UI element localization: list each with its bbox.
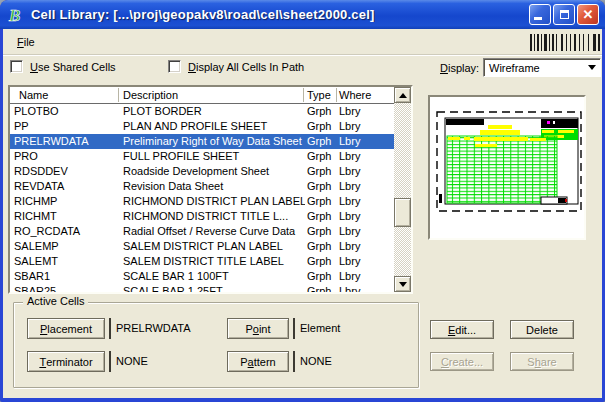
cell-name: PLOTBO [14, 104, 119, 119]
table-row[interactable]: RICHMP RICHMOND DISTRICT PLAN LABEL Grph… [10, 194, 394, 209]
cell-description: Radial Offset / Reverse Curve Data [123, 224, 305, 239]
cell-name: REVDATA [14, 179, 119, 194]
display-all-cells-checkbox[interactable] [168, 60, 181, 73]
header-description: Description [123, 89, 178, 101]
table-row[interactable]: REVDATA Revision Data Sheet Grph Lbry [10, 179, 394, 194]
terminator-value: NONE [116, 355, 148, 367]
dock-grip-icon[interactable] [530, 34, 600, 51]
active-cells-title: Active Cells [23, 295, 88, 307]
header-where: Where [339, 89, 371, 101]
table-row[interactable]: RO_RCDATA Radial Offset / Reverse Curve … [10, 224, 394, 239]
down-arrow-icon [399, 282, 407, 287]
placement-button[interactable]: Placement [27, 318, 105, 339]
cell-where: Lbry [339, 104, 394, 119]
cell-where: Lbry [339, 119, 394, 134]
cell-name: RDSDDEV [14, 164, 119, 179]
microstation-app-icon: B [7, 5, 27, 25]
cell-description: FULL PROFILE SHEET [123, 149, 305, 164]
cell-description: SCALE BAR 1 100FT [123, 269, 305, 284]
cell-description: RICHMOND DISTRICT TITLE L... [123, 209, 305, 224]
edit-button[interactable]: Edit... [430, 320, 494, 339]
point-button[interactable]: Point [227, 318, 289, 339]
cell-list-header: Name Description Type Where [10, 87, 394, 104]
close-icon: ✕ [583, 8, 594, 21]
cell-type: Grph [307, 179, 337, 194]
scroll-up-button[interactable] [394, 87, 411, 103]
cell-where: Lbry [339, 269, 394, 284]
cell-type: Grph [307, 239, 337, 254]
placement-value: PRELRWDATA [116, 322, 191, 334]
placement-button-bar [109, 318, 111, 339]
cell-where: Lbry [339, 149, 394, 164]
table-row[interactable]: SALEMP SALEM DISTRICT PLAN LABEL Grph Lb… [10, 239, 394, 254]
cell-library-dialog: B Cell Library: [...\proj\geopakv8\road\… [0, 0, 605, 402]
cell-type: Grph [307, 134, 337, 149]
cell-name: SBAR1 [14, 269, 119, 284]
cell-name: PRO [14, 149, 119, 164]
display-dropdown[interactable]: Wireframe [483, 58, 601, 77]
table-row[interactable]: PP PLAN AND PROFILE SHEET Grph Lbry [10, 119, 394, 134]
maximize-icon [560, 10, 569, 19]
cell-type: Grph [307, 269, 337, 284]
terminator-button[interactable]: Terminator [27, 351, 105, 372]
cell-where: Lbry [339, 194, 394, 209]
create-button[interactable]: Create... [430, 352, 494, 371]
cell-name: RICHMT [14, 209, 119, 224]
maximize-button[interactable] [553, 4, 575, 25]
minimize-button[interactable] [529, 4, 551, 25]
window-title: Cell Library: [...\proj\geopakv8\road\ce… [31, 7, 375, 22]
table-row[interactable]: RDSDDEV Roadside Development Sheet Grph … [10, 164, 394, 179]
point-button-bar [293, 318, 295, 339]
cell-type: Grph [307, 209, 337, 224]
cell-type: Grph [307, 164, 337, 179]
cell-description: SCALE BAR 1 25FT [123, 284, 305, 292]
vertical-scrollbar[interactable] [394, 87, 411, 292]
table-row[interactable]: SBAR25 SCALE BAR 1 25FT Grph Lbry [10, 284, 394, 292]
minimize-icon [534, 17, 542, 20]
table-row[interactable]: PRO FULL PROFILE SHEET Grph Lbry [10, 149, 394, 164]
cell-description: Roadside Development Sheet [123, 164, 305, 179]
cell-name: SALEMP [14, 239, 119, 254]
table-row[interactable]: PRELRWDATA Preliminary Right of Way Data… [10, 134, 394, 149]
display-all-cells-label: Display All Cells In Path [188, 61, 304, 73]
pattern-button[interactable]: Pattern [227, 351, 289, 372]
cell-list: Name Description Type Where PLOTBO PLOT … [8, 85, 413, 294]
cell-type: Grph [307, 104, 337, 119]
cell-where: Lbry [339, 224, 394, 239]
cell-where: Lbry [339, 179, 394, 194]
active-cells-group: Active Cells [13, 302, 419, 388]
cell-type: Grph [307, 119, 337, 134]
cell-where: Lbry [339, 134, 394, 149]
share-button[interactable]: Share [510, 352, 574, 371]
header-type: Type [307, 89, 331, 101]
table-row[interactable]: SALEMT SALEM DISTRICT TITLE LABEL Grph L… [10, 254, 394, 269]
svg-text:B: B [8, 6, 20, 25]
cell-list-rows: PLOTBO PLOT BORDER Grph Lbry PP PLAN AND… [10, 104, 394, 292]
cell-name: PRELRWDATA [14, 134, 119, 149]
table-row[interactable]: SBAR1 SCALE BAR 1 100FT Grph Lbry [10, 269, 394, 284]
table-row[interactable]: PLOTBO PLOT BORDER Grph Lbry [10, 104, 394, 119]
table-row[interactable]: RICHMT RICHMOND DISTRICT TITLE L... Grph… [10, 209, 394, 224]
header-name: Name [19, 89, 48, 101]
pattern-value: NONE [300, 355, 332, 367]
close-button[interactable]: ✕ [577, 4, 599, 25]
scroll-down-button[interactable] [394, 276, 411, 292]
menu-bar: File [3, 29, 602, 55]
scrollbar-thumb[interactable] [394, 198, 411, 227]
use-shared-cells-label: Use Shared Cells [30, 61, 116, 73]
cell-description: SALEM DISTRICT PLAN LABEL [123, 239, 305, 254]
cell-type: Grph [307, 254, 337, 269]
cell-type: Grph [307, 194, 337, 209]
point-value: Element [300, 322, 340, 334]
title-bar[interactable]: B Cell Library: [...\proj\geopakv8\road\… [0, 0, 605, 29]
cell-description: PLOT BORDER [123, 104, 305, 119]
delete-button[interactable]: Delete [510, 320, 574, 339]
pattern-button-bar [293, 351, 295, 372]
cell-where: Lbry [339, 254, 394, 269]
cell-type: Grph [307, 149, 337, 164]
menu-file[interactable]: File [11, 34, 41, 50]
cell-name: RICHMP [14, 194, 119, 209]
use-shared-cells-checkbox[interactable] [10, 60, 23, 73]
cell-where: Lbry [339, 284, 394, 292]
cell-where: Lbry [339, 164, 394, 179]
